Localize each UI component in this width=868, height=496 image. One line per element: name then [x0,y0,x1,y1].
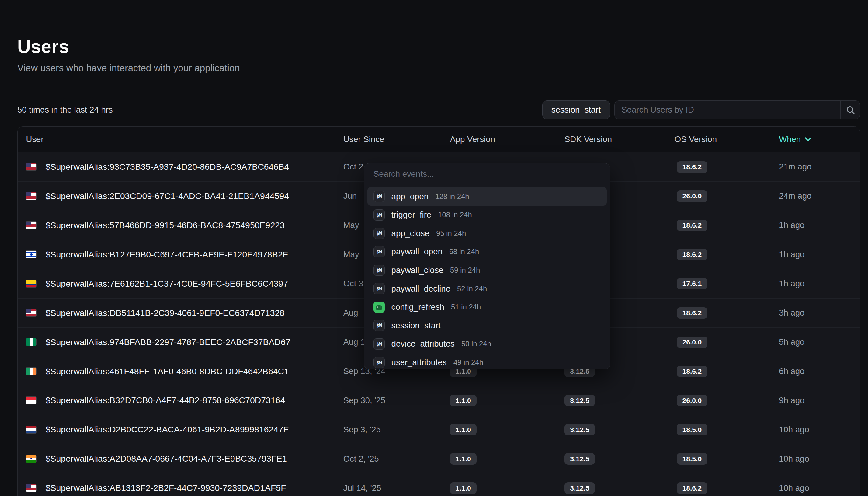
page-subtitle: View users who have interacted with your… [17,63,860,74]
flag-icon-sg [26,397,36,404]
os-version-badge: 26.0.0 [677,190,707,202]
user-id: $SuperwallAlias:2E03CD09-67C1-4ADC-BA41-… [46,191,289,201]
event-count: 108 in 24h [438,211,472,219]
page-title: Users [17,36,860,57]
user-search-box[interactable] [614,100,860,119]
event-name: paywall_open [391,247,443,257]
user-id: $SuperwallAlias:B127E9B0-C697-4CFB-AE9E-… [46,249,288,260]
user-since-value: Sep 3, '25 [343,425,450,435]
event-name: paywall_decline [391,284,450,294]
app-version-badge: 1.1.0 [450,424,477,435]
app-version-badge: 1.1.0 [450,395,477,406]
superwall-icon [373,228,385,239]
table-row[interactable]: $SuperwallAlias:AB1313F2-2B2F-44C7-9930-… [18,473,860,496]
event-name: session_start [391,321,441,330]
flag-icon-nl [26,426,36,433]
event-item[interactable]: trigger_fire 108 in 24h [367,206,607,224]
os-version-badge: 17.6.1 [677,278,707,290]
superwall-icon [373,265,385,276]
users-page: Users View users who have interacted wit… [0,36,868,496]
flag-icon-us [26,221,36,229]
flag-icon-ng [26,338,36,346]
sdk-version-badge: 3.12.5 [564,482,595,494]
event-count: 59 in 24h [450,266,480,275]
event-name: user_attributes [391,358,447,367]
app-version-badge: 1.1.0 [450,482,477,494]
events-search[interactable] [364,164,610,185]
user-id: $SuperwallAlias:461F48FE-1AF0-46B0-8DBC-… [46,366,289,376]
event-count: 50 in 24h [461,340,491,348]
when-value: 3h ago [779,308,860,318]
user-id: $SuperwallAlias:AB1313F2-2B2F-44C7-9930-… [46,483,286,493]
when-value: 10h ago [779,454,860,464]
sdk-version-badge: 3.12.5 [564,395,595,406]
event-count: 128 in 24h [435,192,469,201]
superwall-icon [373,283,385,294]
col-header-user: User [18,135,343,144]
event-item[interactable]: session_start [367,316,607,335]
table-row[interactable]: $SuperwallAlias:B32D7CB0-A4F7-44B2-8758-… [18,386,860,415]
os-version-badge: 18.6.2 [677,482,707,494]
superwall-icon [373,320,385,331]
search-icon[interactable] [841,105,860,115]
flag-icon-us [26,309,36,316]
page-header: Users View users who have interacted wit… [17,36,860,74]
event-item[interactable]: app_open 128 in 24h [367,187,607,206]
event-item[interactable]: config_refresh 51 in 24h [367,298,607,316]
user-id: $SuperwallAlias:A2D08AA7-0667-4C04-A7F3-… [46,454,287,464]
event-item[interactable]: paywall_decline 52 in 24h [367,279,607,298]
superwall-icon [373,210,385,221]
user-search-input[interactable] [615,105,840,115]
os-version-badge: 18.6.2 [677,161,707,173]
events-list: app_open 128 in 24h trigger_fire 108 in … [364,185,610,369]
event-item[interactable]: paywall_open 68 in 24h [367,243,607,261]
col-header-sdk-version: SDK Version [564,135,675,144]
col-header-when[interactable]: When [779,135,860,144]
when-value: 10h ago [779,425,860,435]
col-header-user-since: User Since [343,135,450,144]
flag-icon-us [26,484,36,492]
flag-icon-in [26,455,36,463]
user-id: $SuperwallAlias:D2B0CC22-BACA-4061-9B2D-… [46,424,289,435]
os-version-badge: 18.6.2 [677,220,707,231]
os-version-badge: 18.5.0 [677,424,707,435]
col-header-os-version: OS Version [675,135,779,144]
table-row[interactable]: $SuperwallAlias:A2D08AA7-0667-4C04-A7F3-… [18,444,860,473]
os-version-badge: 26.0.0 [677,395,707,406]
events-search-input[interactable] [364,169,610,179]
event-name: app_open [391,192,429,201]
event-item[interactable]: user_attributes 49 in 24h [367,353,607,369]
user-id: $SuperwallAlias:974BFABB-2297-4787-BEEC-… [46,337,290,347]
event-item[interactable]: app_close 95 in 24h [367,224,607,243]
toolbar-right: session_start [542,100,861,119]
flag-icon-ie [26,368,36,375]
event-count: 95 in 24h [436,229,466,238]
table-header-row: User User Since App Version SDK Version … [18,127,860,153]
event-filter-button[interactable]: session_start [542,100,610,119]
user-since-value: Oct 2, '25 [343,454,450,464]
col-header-app-version: App Version [450,135,564,144]
event-count: 51 in 24h [451,303,481,311]
toolbar: 50 times in the last 24 hrs session_star… [17,100,860,119]
event-item[interactable]: paywall_close 59 in 24h [367,261,607,280]
table-row[interactable]: $SuperwallAlias:D2B0CC22-BACA-4061-9B2D-… [18,415,860,444]
user-id: $SuperwallAlias:7E6162B1-1C37-4C0E-94FC-… [46,279,288,289]
app-version-badge: 1.1.0 [450,453,477,465]
superwall-icon [373,191,385,202]
event-item[interactable]: device_attributes 50 in 24h [367,335,607,353]
when-value: 1h ago [779,249,860,259]
event-count-stat: 50 times in the last 24 hrs [17,105,113,115]
when-value: 24m ago [779,191,860,201]
when-value: 9h ago [779,396,860,405]
when-value: 21m ago [779,162,860,172]
android-icon [373,301,385,313]
flag-icon-co [26,280,36,287]
user-id: $SuperwallAlias:93C73B35-A937-4D20-86DB-… [46,162,289,172]
flag-icon-il [26,251,36,258]
when-label: When [779,135,801,144]
when-value: 6h ago [779,366,860,376]
sdk-version-badge: 3.12.5 [564,453,595,465]
event-name: app_close [391,229,430,238]
os-version-badge: 18.6.2 [677,307,707,319]
os-version-badge: 18.6.2 [677,249,707,261]
